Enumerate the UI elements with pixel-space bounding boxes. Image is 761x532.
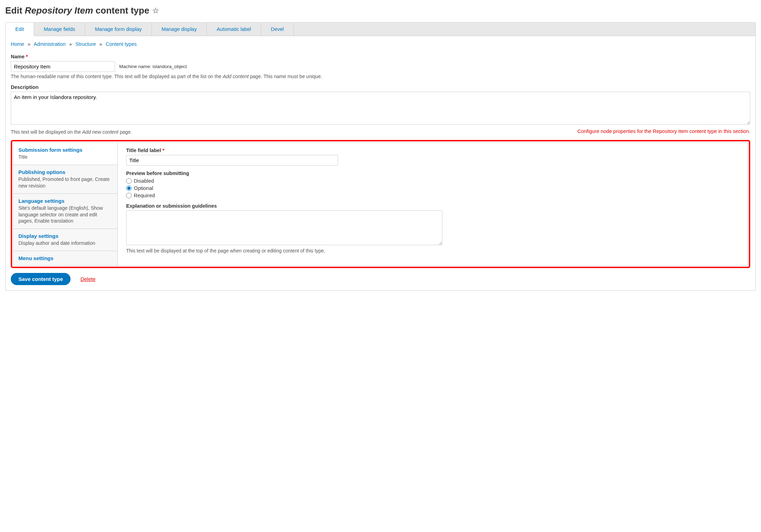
name-input[interactable] xyxy=(11,61,115,72)
vtab-submission-form-settings[interactable]: Submission form settings Title xyxy=(14,143,117,165)
preview-optional-radio[interactable]: Optional xyxy=(126,185,739,191)
vertical-tab-list: Submission form settings Title Publishin… xyxy=(14,143,118,265)
vtab-display-settings[interactable]: Display settings Display author and date… xyxy=(14,229,117,251)
guidelines-textarea[interactable] xyxy=(126,210,442,245)
breadcrumb-home[interactable]: Home xyxy=(11,41,24,47)
tab-manage-display[interactable]: Manage display xyxy=(152,23,207,36)
guidelines-help-text: This text will be displayed at the top o… xyxy=(126,248,739,253)
tab-automatic-label[interactable]: Automatic label xyxy=(207,23,261,36)
breadcrumb-administration[interactable]: Administration xyxy=(34,41,66,47)
delete-link[interactable]: Delete xyxy=(80,276,95,282)
machine-name-label: Machine name: islandora_object xyxy=(119,64,187,69)
description-help-text: This text will be displayed on the Add n… xyxy=(11,129,132,135)
tab-manage-form-display[interactable]: Manage form display xyxy=(85,23,152,36)
description-label: Description xyxy=(11,84,750,90)
preview-disabled-radio[interactable]: Disabled xyxy=(126,178,739,184)
vtab-content-pane: Title field label * Preview before submi… xyxy=(118,143,747,265)
description-textarea[interactable]: An item in your Islandora repository. xyxy=(11,92,750,125)
vtab-publishing-options[interactable]: Publishing options Published, Promoted t… xyxy=(14,165,117,194)
favorite-star-icon[interactable]: ☆ xyxy=(152,6,159,15)
page-title: Edit Repository Item content type ☆ xyxy=(5,5,756,16)
name-help-text: The human-readable name of this content … xyxy=(11,74,750,79)
vtab-menu-settings[interactable]: Menu settings xyxy=(14,251,117,265)
annotation-text: Configure node properties for the Reposi… xyxy=(578,128,750,134)
primary-tabs: Edit Manage fields Manage form display M… xyxy=(6,23,755,36)
breadcrumb-content-types[interactable]: Content types xyxy=(106,41,137,47)
title-field-label: Title field label * xyxy=(126,148,739,153)
vtab-language-settings[interactable]: Language settings Site's default languag… xyxy=(14,194,117,229)
tab-edit[interactable]: Edit xyxy=(6,23,34,36)
preview-required-radio[interactable]: Required xyxy=(126,192,739,198)
breadcrumb: Home » Administration » Structure » Cont… xyxy=(11,41,750,47)
save-content-type-button[interactable]: Save content type xyxy=(11,273,71,285)
highlighted-settings-section: Submission form settings Title Publishin… xyxy=(11,140,750,268)
title-field-input[interactable] xyxy=(126,155,338,166)
breadcrumb-structure[interactable]: Structure xyxy=(75,41,96,47)
guidelines-label: Explanation or submission guidelines xyxy=(126,203,739,209)
name-label: Name * xyxy=(11,54,750,59)
tab-manage-fields[interactable]: Manage fields xyxy=(34,23,85,36)
preview-label: Preview before submitting xyxy=(126,171,739,176)
tab-devel[interactable]: Devel xyxy=(261,23,294,36)
